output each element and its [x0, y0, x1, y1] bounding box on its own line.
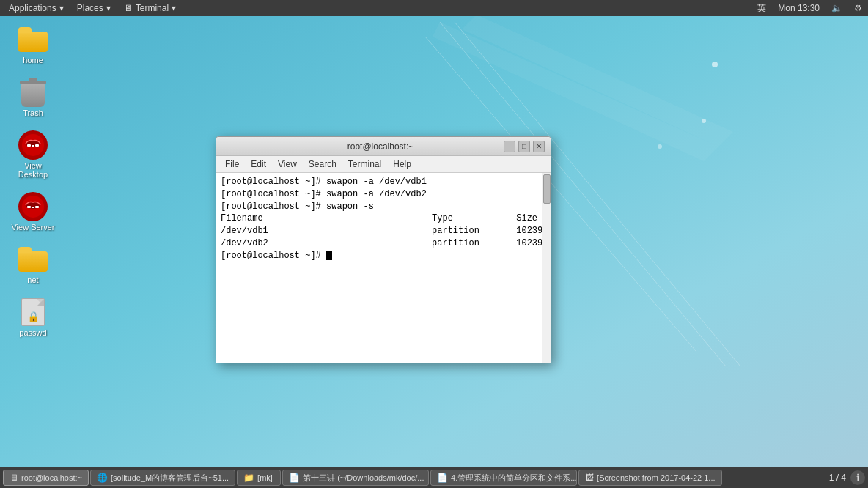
home-icon [18, 25, 48, 54]
taskbar-terminal-icon: 🖥 [10, 473, 18, 483]
menu-edit[interactable]: Edit [246, 158, 271, 171]
applications-arrow: ▾ [59, 3, 64, 13]
taskbar-top-right: 英 Mon 13:30 🔈 ⚙ [754, 2, 865, 15]
menu-file[interactable]: File [221, 158, 243, 171]
menu-help[interactable]: Help [389, 158, 416, 171]
settings-icon[interactable]: ⚙ [851, 3, 865, 13]
desktop-icon-home[interactable]: home [7, 22, 59, 67]
taskbar-top-left: Applications ▾ Places ▾ 🖥 Terminal ▾ [3, 1, 182, 15]
applications-label: Applications [9, 3, 56, 13]
lang-indicator[interactable]: 英 [754, 2, 769, 15]
terminal-content: [root@localhost ~]# swapon -a /dev/vdb1 … [221, 176, 546, 262]
passwd-icon: 🔒 [18, 297, 48, 327]
terminal-scrollbar[interactable] [542, 173, 551, 363]
help-button[interactable]: ℹ [850, 470, 865, 485]
menu-terminal[interactable]: Terminal [344, 158, 386, 171]
taskbar-mk-icon: 📁 [243, 473, 254, 483]
svg-rect-18 [35, 206, 39, 208]
taskbar-solitude-icon: 🌐 [97, 473, 108, 483]
taskbar-item-solitude[interactable]: 🌐 [solitude_M的博客管理后台~51... [90, 470, 235, 486]
terminal-menu[interactable]: 🖥 Terminal ▾ [118, 1, 182, 15]
terminal-label: Terminal [136, 3, 169, 13]
terminal-scrollbar-thumb[interactable] [543, 174, 551, 204]
applications-menu[interactable]: Applications ▾ [3, 1, 70, 15]
trash-label: Trash [23, 108, 43, 117]
trash-icon [18, 78, 48, 107]
terminal-menubar: File Edit View Search Terminal Help [216, 156, 551, 173]
net-icon [18, 245, 48, 274]
taskbar-shisanjiang-label: 第十三讲 (~/Downloads/mk/doc/... [303, 473, 424, 484]
taskbar-item-shisanjiang[interactable]: 📄 第十三讲 (~/Downloads/mk/doc/... [282, 470, 429, 486]
terminal-line-5: /dev/vdb2 partition 102396 0 -2 [221, 238, 551, 248]
clock: Mon 13:30 [775, 3, 823, 13]
terminal-line-4: /dev/vdb1 partition 102396 0 -1 [221, 226, 551, 236]
viewserver-icon [18, 192, 48, 221]
desktop-icon-viewdesktop[interactable]: View Desktop [7, 127, 59, 182]
close-button[interactable]: ✕ [533, 141, 545, 152]
terminal-window: root@localhost:~ — □ ✕ File Edit View Se… [216, 136, 551, 363]
terminal-line-6: [root@localhost ~]# [221, 251, 326, 261]
terminal-titlebar: root@localhost:~ — □ ✕ [216, 137, 551, 156]
svg-rect-17 [32, 207, 34, 208]
menu-search[interactable]: Search [304, 158, 341, 171]
viewdesktop-icon [18, 130, 48, 160]
terminal-cursor [326, 251, 332, 260]
speaker-icon[interactable]: 🔈 [828, 3, 845, 13]
terminal-title: root@localhost:~ [257, 141, 504, 152]
terminal-line-1: [root@localhost ~]# swapon -a /dev/vdb2 [221, 189, 427, 199]
taskbar-terminal-label: root@localhost:~ [21, 473, 82, 482]
taskbar-screenshot-label: [Screenshot from 2017-04-22 1... [597, 473, 715, 482]
svg-rect-12 [32, 145, 34, 147]
places-menu[interactable]: Places ▾ [71, 1, 117, 15]
net-label: net [27, 276, 38, 284]
svg-point-6 [712, 62, 718, 67]
terminal-line-3: Filename Type Size Used Priority [221, 213, 551, 223]
taskbar-item-guanli[interactable]: 📄 4.管理系统中的简单分区和文件系... [430, 470, 577, 486]
svg-rect-11 [27, 144, 31, 147]
terminal-arrow: ▾ [172, 3, 176, 13]
taskbar-item-screenshot[interactable]: 🖼 [Screenshot from 2017-04-22 1... [578, 470, 721, 486]
desktop-icon-passwd[interactable]: 🔒 passwd [7, 295, 59, 340]
terminal-controls: — □ ✕ [504, 141, 545, 152]
svg-rect-13 [35, 144, 39, 147]
viewserver-label: View Server [11, 223, 54, 232]
desktop-icon-net[interactable]: net [7, 242, 59, 287]
taskbar-mk-label: [mk] [257, 473, 273, 482]
desktop-icons: home Trash View [7, 22, 59, 340]
taskbar-solitude-label: [solitude_M的博客管理后台~51... [111, 473, 229, 484]
taskbar-screenshot-icon: 🖼 [585, 473, 594, 483]
places-arrow: ▾ [106, 3, 111, 13]
terminal-icon-small: 🖥 [124, 3, 133, 13]
taskbar-guanli-icon: 📄 [437, 473, 448, 483]
desktop-icon-trash[interactable]: Trash [7, 75, 59, 120]
taskbar-item-terminal[interactable]: 🖥 root@localhost:~ [3, 470, 89, 486]
passwd-label: passwd [19, 328, 46, 337]
maximize-button[interactable]: □ [518, 141, 530, 152]
menu-view[interactable]: View [273, 158, 301, 171]
svg-rect-16 [27, 206, 31, 208]
minimize-button[interactable]: — [504, 141, 515, 152]
places-label: Places [77, 3, 103, 13]
page-indicator: 1 / 4 [829, 473, 846, 483]
terminal-body[interactable]: [root@localhost ~]# swapon -a /dev/vdb1 … [216, 173, 551, 363]
taskbar-bottom: 🖥 root@localhost:~ 🌐 [solitude_M的博客管理后台~… [0, 467, 868, 488]
taskbar-guanli-label: 4.管理系统中的简单分区和文件系... [451, 473, 577, 484]
svg-point-8 [658, 144, 662, 149]
taskbar-top: Applications ▾ Places ▾ 🖥 Terminal ▾ 英 M… [0, 0, 868, 16]
home-label: home [23, 56, 43, 64]
svg-point-7 [702, 119, 706, 123]
taskbar-item-mk[interactable]: 📁 [mk] [237, 470, 281, 486]
terminal-line-0: [root@localhost ~]# swapon -a /dev/vdb1 [221, 177, 427, 187]
terminal-line-2: [root@localhost ~]# swapon -s [221, 202, 374, 212]
viewdesktop-label: View Desktop [10, 161, 56, 179]
taskbar-shisanjiang-icon: 📄 [289, 473, 300, 483]
desktop-icon-viewserver[interactable]: View Server [7, 189, 59, 234]
